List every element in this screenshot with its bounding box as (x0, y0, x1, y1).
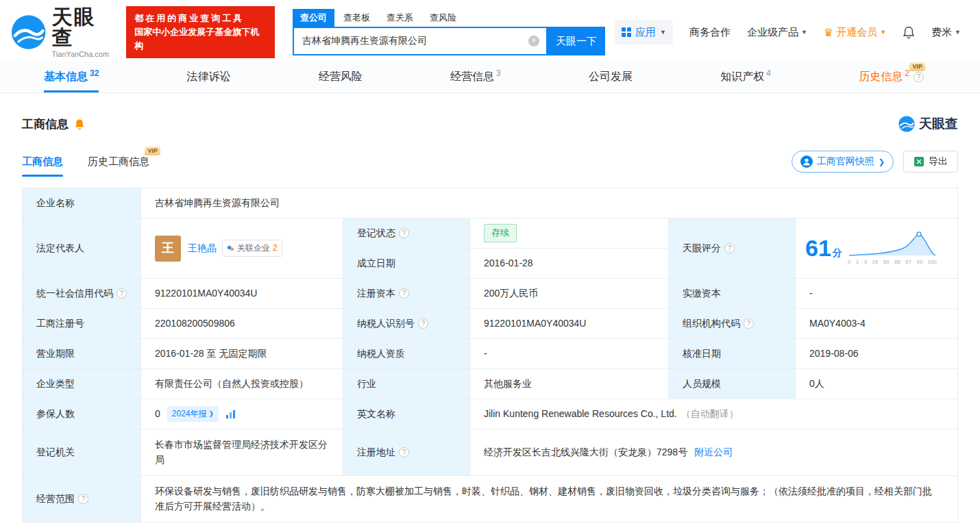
insured-trend-icon[interactable] (225, 410, 236, 419)
help-icon[interactable]: ? (399, 228, 409, 238)
axis-tick: 0 (848, 258, 850, 266)
label-text: 法定代表人 (36, 241, 84, 256)
score-unit: 分 (833, 246, 842, 261)
tab-legal-proceedings[interactable]: 法律诉讼 (187, 62, 231, 92)
search-tab-boss[interactable]: 查老板 (336, 9, 378, 27)
nav-cooperation[interactable]: 商务合作 (689, 26, 731, 39)
nav-user-label: 费米 (931, 26, 952, 39)
address-value: 经济开发区长吉北线兴隆大街（安龙泉）7298号 附近公司 (470, 429, 958, 476)
tab-basic-info[interactable]: 基本信息 32 (44, 62, 99, 92)
brand-logo[interactable]: 天眼查 TianYanCha.com (11, 7, 117, 58)
snapshot-icon (800, 155, 813, 168)
value-text: 91220101MA0Y40034U (155, 286, 257, 301)
value-text: - (809, 286, 813, 301)
value-text: 经济开发区长吉北线兴隆大街（安龙泉）7298号 (484, 445, 687, 460)
tab-operation-risk[interactable]: 经营风险 (319, 62, 363, 92)
value-text: 0人 (809, 377, 824, 392)
label-text: 参保人数 (36, 407, 75, 422)
axis-tick: 50 (883, 258, 889, 266)
legal-rep-label: 法定代表人 (23, 218, 141, 279)
help-icon[interactable]: ? (117, 288, 127, 299)
search-box: × (293, 27, 548, 55)
brand-text: 天眼查 TianYanCha.com (51, 7, 117, 58)
taxpayer-quality-value: - (470, 339, 669, 369)
official-snapshot-label: 工商官网快照 (817, 155, 874, 168)
subtab-business-info[interactable]: 工商信息 (22, 155, 63, 177)
nav-enterprise[interactable]: 企业级产品 ▼ (747, 26, 807, 39)
tab-label: 经营信息 (450, 70, 494, 84)
label-text: 纳税人资质 (357, 347, 405, 362)
nav-member[interactable]: ♛ 开通会员 ▼ (824, 26, 886, 39)
english-name-label: 英文名称 (343, 399, 470, 429)
search-tab-risk[interactable]: 查风险 (422, 9, 464, 27)
label-text: 企业名称 (36, 196, 75, 211)
search-tab-company[interactable]: 查公司 (293, 9, 334, 27)
approval-date-value: 2019-08-06 (796, 339, 958, 369)
subtab-history-business-info[interactable]: VIP 历史工商信息 (88, 155, 149, 177)
value-text: 吉林省坤腾再生资源有限公司 (155, 196, 280, 211)
clear-icon[interactable]: × (528, 36, 539, 47)
tab-intellectual-property[interactable]: 知识产权 4 (720, 62, 771, 92)
nearby-companies-link[interactable]: 附近公司 (694, 445, 733, 460)
value-text: Jilin Kunteng Renewable Resources Co., L… (484, 407, 677, 422)
annual-report-tag[interactable]: 2024年报 ❯ (167, 406, 219, 422)
label-text: 实缴资本 (683, 286, 721, 301)
business-term-value: 2016-01-28 至 无固定期限 (141, 339, 343, 369)
label-text: 统一社会信用代码 (36, 286, 113, 301)
export-button[interactable]: 导出 (903, 151, 958, 173)
top-header: 天眼查 TianYanCha.com 都在用的商业查询工具 国家中小企业发展子基… (0, 0, 980, 62)
nav-user-menu[interactable]: 费米 ▼ (931, 26, 961, 39)
search-tab-relation[interactable]: 查关系 (379, 9, 421, 27)
related-companies-badge[interactable]: 关联企业 2 (222, 240, 282, 257)
help-icon[interactable]: ? (418, 318, 428, 329)
tab-history-info[interactable]: VIP 历史信息 2 ? (859, 62, 936, 92)
help-icon[interactable]: ? (399, 447, 409, 457)
help-icon[interactable]: ? (78, 494, 88, 504)
nav-cooperation-label: 商务合作 (689, 26, 731, 39)
search-input[interactable] (294, 36, 528, 47)
tab-company-development[interactable]: 公司发展 (589, 62, 633, 92)
search-area: 查公司 查老板 查关系 查风险 × 天眼一下 (293, 9, 605, 55)
subtab-label: 历史工商信息 (88, 155, 149, 167)
crown-icon: ♛ (824, 26, 833, 39)
score-chart: 0 1 3 15 50 85 97 99 100 (848, 230, 937, 266)
tab-operation-info[interactable]: 经营信息 3 (450, 62, 501, 92)
watermark-logo: 天眼查 (898, 115, 958, 133)
label-text: 注册资本 (357, 286, 395, 301)
insured-count-value: 0 2024年报 ❯ (141, 399, 343, 429)
credit-code-label: 统一社会信用代码 ? (23, 279, 141, 309)
legal-rep-avatar[interactable]: 王 (155, 236, 181, 262)
section-header: 工商信息 天眼查 (0, 93, 980, 133)
top-nav: 应用 ▼ 商务合作 企业级产品 ▼ ♛ 开通会员 ▼ 费米 ▼ (615, 21, 961, 45)
chevron-down-icon: ▼ (660, 29, 666, 36)
official-snapshot-button[interactable]: 工商官网快照 ❯ (792, 151, 894, 173)
apps-menu-label: 应用 (635, 26, 656, 39)
company-tabs: 基本信息 32 法律诉讼 经营风险 经营信息 3 公司发展 知识产权 4 VIP… (0, 62, 980, 93)
value-text: 有限责任公司（自然人投资或控股） (155, 377, 308, 392)
help-icon[interactable]: ? (399, 288, 409, 299)
establish-date-label: 成立日期 (343, 249, 470, 279)
help-icon[interactable]: ? (914, 72, 924, 82)
tab-label: 知识产权 (720, 70, 764, 84)
vip-badge: VIP (145, 147, 160, 155)
taxpayer-id-label: 纳税人识别号 ? (343, 309, 470, 339)
wave-logo-icon (898, 116, 915, 132)
wave-logo-icon (11, 14, 46, 50)
help-icon[interactable]: ? (744, 318, 754, 329)
apps-menu[interactable]: 应用 ▼ (615, 21, 673, 45)
company-name-value: 吉林省坤腾再生资源有限公司 (141, 188, 958, 218)
chevron-right-icon: ❯ (209, 410, 215, 419)
label-text: 经营范围 (36, 492, 75, 507)
score-value: 61 分 (805, 230, 842, 266)
subscribe-bell-icon[interactable] (74, 118, 85, 130)
brand-name: 天眼查 (51, 7, 117, 48)
auto-translate-note: （自动翻译） (681, 407, 739, 422)
help-icon[interactable]: ? (724, 243, 735, 253)
notification-bell-icon[interactable] (903, 26, 915, 39)
industry-label: 行业 (343, 369, 470, 399)
status-badge: 存续 (484, 224, 517, 242)
legal-rep-name-link[interactable]: 王艳晶 (188, 241, 217, 256)
search-button[interactable]: 天眼一下 (548, 27, 605, 55)
label-text: 纳税人识别号 (357, 316, 415, 331)
label-text: 工商注册号 (36, 316, 84, 331)
